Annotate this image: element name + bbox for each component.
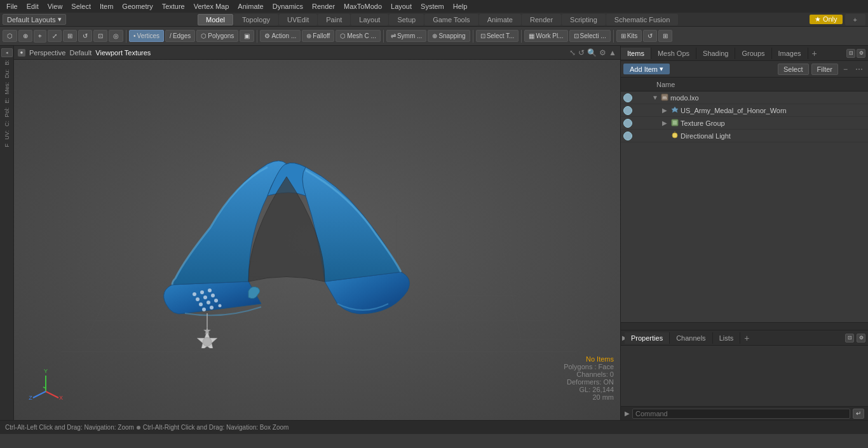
- view-fit-button[interactable]: ⊞: [658, 30, 672, 42]
- selecti-button[interactable]: ⊡ Selecti ...: [569, 30, 611, 42]
- command-execute-btn[interactable]: ↵: [853, 409, 864, 419]
- menu-item-geometry[interactable]: Geometry: [118, 1, 156, 11]
- tool-select-mode[interactable]: ⊕: [18, 30, 32, 42]
- layout-tab-render[interactable]: Render: [522, 14, 561, 25]
- kits-button[interactable]: ⊞ Kits: [616, 30, 642, 42]
- menu-item-layout[interactable]: Layout: [387, 1, 416, 11]
- sidebar-label-uv[interactable]: UV:: [3, 129, 11, 141]
- item-vis-modo-lxo[interactable]: [623, 93, 632, 102]
- tab-items[interactable]: Items: [621, 48, 651, 59]
- vp-icon-settings[interactable]: ⚙: [599, 48, 606, 57]
- command-arrow-icon[interactable]: ▶: [625, 410, 630, 417]
- sidebar-toggle[interactable]: ◂: [1, 48, 13, 57]
- prop-tab-lists[interactable]: Lists: [713, 332, 741, 344]
- tab-groups[interactable]: Groups: [735, 48, 771, 59]
- sidebar-label-e[interactable]: E:: [3, 97, 11, 105]
- sidebar-label-f[interactable]: F: [3, 142, 11, 149]
- tool-lasso[interactable]: ⌖: [34, 30, 46, 43]
- prop-add-tab-button[interactable]: +: [740, 331, 753, 345]
- prop-settings-btn[interactable]: ⚙: [857, 334, 865, 343]
- material-btn[interactable]: ▣: [240, 30, 254, 42]
- tab-mesh-ops[interactable]: Mesh Ops: [651, 48, 696, 59]
- item-vis-us-army[interactable]: [623, 106, 632, 115]
- edges-button[interactable]: / Edges: [165, 30, 195, 42]
- default-label[interactable]: Default: [69, 49, 92, 57]
- menu-item-view[interactable]: View: [44, 1, 67, 11]
- menu-item-render[interactable]: Render: [308, 1, 339, 11]
- menu-item-texture[interactable]: Texture: [158, 1, 189, 11]
- select-t-button[interactable]: ⊡ Select T...: [476, 30, 519, 42]
- tool-circle[interactable]: ◎: [109, 30, 123, 42]
- prop-tab-channels[interactable]: Channels: [670, 332, 712, 344]
- item-expand-us-army[interactable]: ▶: [662, 107, 670, 114]
- symm-button[interactable]: ⇌ Symm ...: [386, 30, 426, 42]
- tab-shading[interactable]: Shading: [696, 48, 735, 59]
- viewport-textures-label[interactable]: Viewport Textures: [95, 49, 151, 57]
- layout-tab-topology[interactable]: Topology: [234, 14, 278, 25]
- item-vis-texture[interactable]: [623, 119, 632, 128]
- tool-mode-toggle[interactable]: ⬡: [3, 30, 17, 42]
- viewport-canvas[interactable]: No Items Polygons : Face Channels: 0 Def…: [14, 60, 620, 420]
- item-vis-light[interactable]: [623, 132, 632, 140]
- vp-icon-zoom[interactable]: 🔍: [587, 48, 597, 57]
- items-more-btn[interactable]: ⋯: [853, 64, 865, 75]
- layout-tab-game-tools[interactable]: Game Tools: [424, 14, 478, 25]
- sidebar-label-dupe[interactable]: Du:: [3, 68, 11, 79]
- layout-tab-schematic-fusion[interactable]: Schematic Fusion: [606, 14, 678, 25]
- command-input[interactable]: [632, 409, 850, 419]
- sidebar-label-pol[interactable]: Pol:: [3, 106, 11, 119]
- mesh-c-button[interactable]: ⬡ Mesh C ...: [336, 30, 381, 42]
- menu-item-vertex-map[interactable]: Vertex Map: [190, 1, 233, 11]
- items-minus-btn[interactable]: −: [841, 64, 850, 75]
- tool-rotate[interactable]: ↺: [78, 30, 92, 42]
- layout-tab-scripting[interactable]: Scripting: [562, 14, 606, 25]
- layout-tab-uvedit[interactable]: UVEdit: [279, 14, 317, 25]
- menu-item-dynamics[interactable]: Dynamics: [269, 1, 307, 11]
- menu-item-maxtomodo[interactable]: MaxToModo: [340, 1, 386, 11]
- perspective-label[interactable]: Perspective: [29, 49, 65, 57]
- filter-button[interactable]: Filter: [811, 64, 838, 75]
- item-row-dir-light[interactable]: Directional Light: [621, 130, 868, 142]
- layout-tab-model[interactable]: Model: [198, 14, 233, 25]
- layout-tab-setup[interactable]: Setup: [389, 14, 424, 25]
- vp-icon-maximize[interactable]: ▲: [609, 48, 616, 57]
- add-item-button[interactable]: Add Item ▾: [623, 64, 670, 74]
- falloff-button[interactable]: ⊛ Falloff: [302, 30, 334, 42]
- tool-transform[interactable]: ⤢: [48, 30, 62, 42]
- menu-item-help[interactable]: Help: [449, 1, 471, 11]
- layout-dropdown[interactable]: Default Layouts ▾: [3, 14, 66, 25]
- work-pl-button[interactable]: ▦ Work Pl...: [524, 30, 567, 42]
- add-panel-tab-button[interactable]: +: [808, 46, 821, 60]
- menu-item-select[interactable]: Select: [67, 1, 95, 11]
- view-reset-button[interactable]: ↺: [643, 30, 657, 42]
- menu-item-file[interactable]: File: [3, 1, 22, 11]
- menu-item-system[interactable]: System: [417, 1, 448, 11]
- tab-images[interactable]: Images: [772, 48, 808, 59]
- sidebar-label-mesh[interactable]: Mes:: [3, 81, 11, 96]
- menu-item-animate[interactable]: Animate: [234, 1, 267, 11]
- menu-item-item[interactable]: Item: [96, 1, 117, 11]
- star-only-button[interactable]: ★ Only: [810, 15, 843, 24]
- item-row-us-army[interactable]: ▶ US_Army_Medal_of_Honor_Worn: [621, 104, 868, 117]
- vertices-button[interactable]: • Vertices: [129, 30, 164, 42]
- panel-restore-btn[interactable]: ⊡: [846, 49, 855, 58]
- tool-move[interactable]: ⊞: [63, 30, 77, 42]
- add-layout-button[interactable]: +: [845, 14, 865, 25]
- vp-toggle-btn[interactable]: ●: [18, 49, 25, 57]
- sidebar-label-c[interactable]: C:: [3, 119, 11, 128]
- snapping-button[interactable]: ⊕ Snapping: [428, 30, 470, 42]
- item-row-modo-lxo[interactable]: ▼ m modo.lxo: [621, 92, 868, 104]
- item-expand-texture[interactable]: ▶: [662, 119, 670, 126]
- prop-restore-btn[interactable]: ⊡: [845, 334, 854, 343]
- sidebar-label-dup[interactable]: B:: [3, 58, 11, 67]
- layout-tab-paint[interactable]: Paint: [318, 14, 350, 25]
- prop-tab-properties[interactable]: Properties: [625, 332, 670, 344]
- layout-tab-layout[interactable]: Layout: [351, 14, 388, 25]
- item-row-texture-group[interactable]: ▶ Texture Group: [621, 117, 868, 130]
- item-expand-modo[interactable]: ▼: [652, 94, 660, 101]
- action-button[interactable]: ⚙ Action ...: [260, 30, 301, 42]
- panel-settings-btn[interactable]: ⚙: [857, 49, 865, 58]
- vp-icon-expand[interactable]: ⤡: [569, 48, 576, 57]
- layout-tab-animate[interactable]: Animate: [479, 14, 521, 25]
- select-button[interactable]: Select: [778, 64, 809, 75]
